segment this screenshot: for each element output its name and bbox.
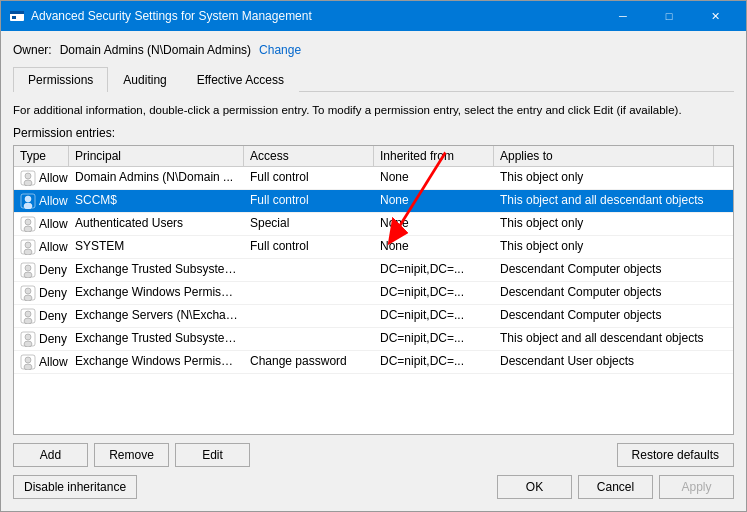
cell-type: Deny <box>14 328 69 350</box>
cell-applies: Descendant User objects <box>494 351 714 373</box>
svg-point-11 <box>25 219 31 225</box>
disable-inheritance-button[interactable]: Disable inheritance <box>13 475 137 499</box>
cell-principal: Authenticated Users <box>69 213 244 235</box>
left-buttons: Add Remove Edit <box>13 443 250 467</box>
table-row[interactable]: DenyExchange Trusted Subsystem...DC=nipi… <box>14 328 733 351</box>
col-header-inherited: Inherited from <box>374 146 494 166</box>
cell-type-text: Allow <box>39 194 68 208</box>
user-icon <box>20 308 36 324</box>
tab-permissions[interactable]: Permissions <box>13 67 108 92</box>
bottom-area: Add Remove Edit Restore defaults Disable… <box>13 443 734 499</box>
owner-value: Domain Admins (N\Domain Admins) <box>60 43 251 57</box>
title-bar: Advanced Security Settings for System Ma… <box>1 1 746 31</box>
svg-point-18 <box>24 272 32 278</box>
description-text: For additional information, double-click… <box>13 102 734 118</box>
maximize-button[interactable]: □ <box>646 1 692 31</box>
action-buttons-row: Add Remove Edit Restore defaults <box>13 443 734 467</box>
cell-type-text: Deny <box>39 263 67 277</box>
window-controls: ─ □ ✕ <box>600 1 738 31</box>
add-button[interactable]: Add <box>13 443 88 467</box>
cell-inherited: None <box>374 167 494 189</box>
cell-inherited: DC=nipit,DC=... <box>374 282 494 304</box>
change-owner-link[interactable]: Change <box>259 43 301 57</box>
cell-type: Allow <box>14 167 69 189</box>
cell-principal: Exchange Servers (N\Exchan... <box>69 305 244 327</box>
cell-access: Full control <box>244 167 374 189</box>
cell-access <box>244 259 374 281</box>
svg-point-12 <box>24 226 32 232</box>
cell-type: Allow <box>14 213 69 235</box>
user-icon <box>20 262 36 278</box>
cell-applies: This object only <box>494 167 714 189</box>
table-row[interactable]: AllowAuthenticated UsersSpecialNoneThis … <box>14 213 733 236</box>
ok-button[interactable]: OK <box>497 475 572 499</box>
cell-type-text: Deny <box>39 286 67 300</box>
cell-applies: Descendant Computer objects <box>494 259 714 281</box>
cell-inherited: None <box>374 236 494 258</box>
tab-auditing[interactable]: Auditing <box>108 67 181 92</box>
cell-type-text: Allow <box>39 217 68 231</box>
svg-point-8 <box>25 196 31 202</box>
cell-principal: Domain Admins (N\Domain ... <box>69 167 244 189</box>
table-row[interactable]: AllowSCCM$Full controlNoneThis object an… <box>14 190 733 213</box>
cell-inherited: DC=nipit,DC=... <box>374 305 494 327</box>
cell-access <box>244 282 374 304</box>
svg-point-9 <box>24 203 32 209</box>
apply-button[interactable]: Apply <box>659 475 734 499</box>
table-row[interactable]: AllowSYSTEMFull controlNoneThis object o… <box>14 236 733 259</box>
cell-principal: Exchange Windows Permissi... <box>69 351 244 373</box>
svg-point-17 <box>25 265 31 271</box>
dialog-content: Owner: Domain Admins (N\Domain Admins) C… <box>1 31 746 511</box>
permissions-table: Type Principal Access Inherited from App… <box>13 145 734 435</box>
cell-access: Special <box>244 213 374 235</box>
restore-defaults-button[interactable]: Restore defaults <box>617 443 734 467</box>
window-icon <box>9 8 25 24</box>
window-title: Advanced Security Settings for System Ma… <box>31 9 600 23</box>
owner-label: Owner: <box>13 43 52 57</box>
cell-principal: Exchange Windows Permissi... <box>69 282 244 304</box>
table-row[interactable]: AllowExchange Windows Permissi...Change … <box>14 351 733 374</box>
table-row[interactable]: DenyExchange Trusted Subsystem...DC=nipi… <box>14 259 733 282</box>
table-row[interactable]: DenyExchange Servers (N\Exchan...DC=nipi… <box>14 305 733 328</box>
svg-point-27 <box>24 341 32 347</box>
cell-access: Full control <box>244 236 374 258</box>
cell-type: Deny <box>14 282 69 304</box>
footer-row: Disable inheritance OK Cancel Apply <box>13 475 734 499</box>
cell-inherited: DC=nipit,DC=... <box>374 351 494 373</box>
svg-point-6 <box>24 180 32 186</box>
cell-applies: This object and all descendant objects <box>494 190 714 212</box>
svg-point-5 <box>25 173 31 179</box>
table-body[interactable]: AllowDomain Admins (N\Domain ...Full con… <box>14 167 733 434</box>
cell-access <box>244 328 374 350</box>
close-button[interactable]: ✕ <box>692 1 738 31</box>
svg-point-15 <box>24 249 32 255</box>
main-window: Advanced Security Settings for System Ma… <box>0 0 747 512</box>
user-icon <box>20 193 36 209</box>
user-icon <box>20 354 36 370</box>
svg-rect-2 <box>12 16 16 19</box>
cell-inherited: DC=nipit,DC=... <box>374 259 494 281</box>
cell-type-text: Allow <box>39 355 68 369</box>
cell-type-text: Allow <box>39 171 68 185</box>
cell-type-text: Allow <box>39 240 68 254</box>
cell-inherited: DC=nipit,DC=... <box>374 328 494 350</box>
edit-button[interactable]: Edit <box>175 443 250 467</box>
cancel-button[interactable]: Cancel <box>578 475 653 499</box>
col-header-access: Access <box>244 146 374 166</box>
cell-principal: Exchange Trusted Subsystem... <box>69 259 244 281</box>
table-row[interactable]: DenyExchange Windows Permissi...DC=nipit… <box>14 282 733 305</box>
tab-effective-access[interactable]: Effective Access <box>182 67 299 92</box>
cell-access: Change password <box>244 351 374 373</box>
minimize-button[interactable]: ─ <box>600 1 646 31</box>
col-header-principal: Principal <box>69 146 244 166</box>
svg-point-21 <box>24 295 32 301</box>
user-icon <box>20 285 36 301</box>
remove-button[interactable]: Remove <box>94 443 169 467</box>
svg-point-20 <box>25 288 31 294</box>
svg-point-30 <box>24 364 32 370</box>
cell-inherited: None <box>374 190 494 212</box>
svg-point-29 <box>25 357 31 363</box>
user-icon <box>20 331 36 347</box>
table-row[interactable]: AllowDomain Admins (N\Domain ...Full con… <box>14 167 733 190</box>
user-icon <box>20 170 36 186</box>
